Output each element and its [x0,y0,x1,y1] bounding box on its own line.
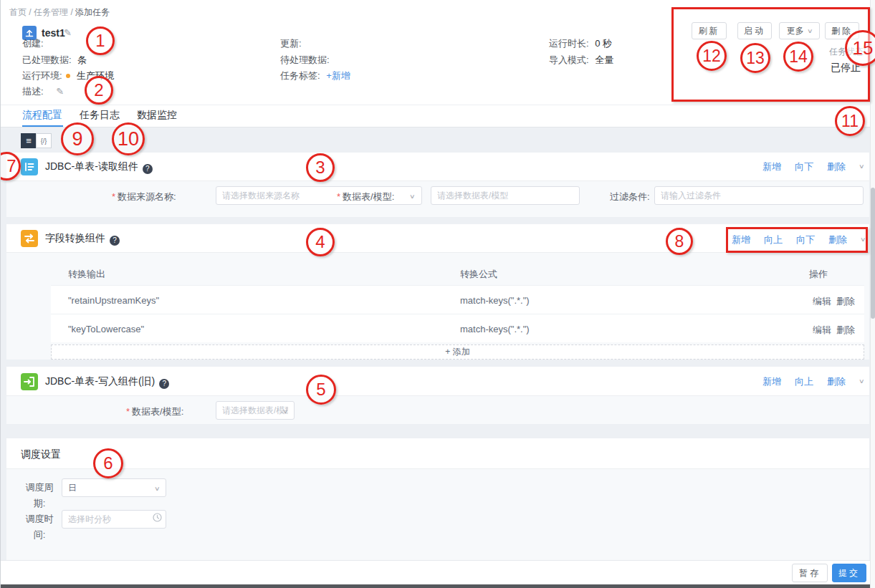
tags-label: 任务标签: [280,70,320,81]
row-formula: match-keys(".*.") [460,295,530,306]
code-view-toggle-button[interactable]: {/} [36,133,52,148]
add-transform-row-button[interactable]: + 添加 [51,344,864,360]
environment-label: 运行环境: [22,70,62,81]
row-delete-link[interactable]: 删除 [836,324,855,337]
help-icon[interactable]: ? [159,379,169,389]
writer-table-label-text: 数据表/模型: [132,406,183,417]
writer-table-label: *数据表/模型: [126,405,183,418]
scrollbar-thumb[interactable] [871,188,875,319]
import-mode-value: 全量 [595,54,613,65]
description-label: 描述: [22,86,44,97]
reader-component-icon [21,158,38,175]
schedule-card-header [6,438,869,469]
writer-title-text: JDBC-单表-写入组件(旧) [45,375,155,387]
annotation-circle-5: 5 [306,375,336,405]
column-header-operations: 操作 [809,268,828,281]
schedule-title: 调度设置 [21,448,61,461]
row-output: "retainUpstreamKeys" [68,295,159,306]
add-tag-link[interactable]: +新增 [326,70,350,81]
updated-label: 更新: [280,38,302,49]
schedule-time-label: 调度时间: [21,511,58,543]
created-label: 创建: [22,38,44,49]
runtime-row: 运行时长: 0 秒 [549,37,612,50]
column-header-formula: 转换公式 [460,268,497,281]
edit-description-icon[interactable]: ✎ [56,86,64,97]
writer-move-up-link[interactable]: 向上 [795,375,813,388]
collapse-chevron-icon[interactable]: ∨ [859,163,865,173]
schedule-time-input[interactable] [62,510,166,529]
clock-icon [153,513,162,524]
transform-component-title: 字段转换组件? [45,232,120,246]
data-source-label-text: 数据来源名称: [118,191,176,202]
reader-component-card: JDBC-单表-读取组件? 新增 向下 删除 ∨ *数据来源名称: ∨ *数据表… [6,153,869,217]
writer-add-link[interactable]: 新增 [762,375,781,388]
window-bottom-edge [1,584,875,588]
page: 首页 / 任务管理 / 添加任务 test1 ✎ 创建: 已处理数据: 条 运行… [0,0,875,588]
row-delete-link[interactable]: 删除 [836,295,855,308]
annotation-circle-3: 3 [306,153,335,182]
tab-data-monitor[interactable]: 数据监控 [137,109,177,122]
data-table-input[interactable] [431,186,580,205]
edit-task-name-icon[interactable]: ✎ [64,27,72,38]
filter-input[interactable] [654,186,864,205]
tab-flow-config[interactable]: 流程配置 [22,109,62,122]
help-icon[interactable]: ? [110,236,120,246]
reader-title-text: JDBC-单表-读取组件 [45,160,138,172]
footer-bar [1,560,870,584]
annotation-circle-12: 12 [697,41,727,71]
import-mode-row: 导入模式: 全量 [549,54,613,67]
environment-dot-icon [66,74,70,78]
list-view-toggle-button[interactable]: ≡ [21,133,37,148]
pending-label: 待处理数据: [280,54,330,65]
data-table-label: *数据表/模型: [337,191,394,203]
annotation-circle-2: 2 [85,76,113,105]
writer-actions: 新增 向上 删除 ∨ [762,375,864,388]
updated-row: 更新: [280,37,302,50]
processed-label: 已处理数据: [22,54,72,65]
required-mark: * [112,191,115,202]
annotation-circle-15: 15 [845,30,875,66]
tags-row: 任务标签: +新增 [280,69,350,82]
chevron-down-icon: ∨ [154,486,161,492]
chevron-down-icon: ∨ [282,408,289,415]
runtime-value: 0 秒 [595,38,612,49]
breadcrumb-separator: / [29,7,31,17]
table-row: "keyToLowercase" match-keys(".*.") 编辑 删除 [51,314,864,342]
row-edit-link[interactable]: 编辑 [813,324,831,337]
schedule-settings-card: 调度设置 调度周期: ∨ 调度时间: [6,438,869,560]
breadcrumb-item-task-management[interactable]: 任务管理 [34,7,68,17]
reader-add-link[interactable]: 新增 [762,160,781,173]
reader-delete-link[interactable]: 删除 [827,160,846,173]
reader-actions: 新增 向下 删除 ∨ [762,160,864,173]
collapse-chevron-icon[interactable]: ∨ [859,378,865,388]
schedule-period-select[interactable] [62,478,166,497]
breadcrumb-item-home[interactable]: 首页 [9,7,27,17]
required-mark: * [126,406,130,417]
list-view-icon: ≡ [26,135,32,146]
writer-component-title: JDBC-单表-写入组件(旧)? [45,375,169,389]
processed-row: 已处理数据: 条 [22,54,87,67]
transform-title-text: 字段转换组件 [45,232,105,244]
writer-component-card: JDBC-单表-写入组件(旧)? 新增 向上 删除 ∨ *数据表/模型: ∨ [6,367,869,424]
tab-task-logs[interactable]: 任务日志 [80,109,120,122]
breadcrumb-item-current: 添加任务 [75,7,110,17]
save-draft-button[interactable]: 暂存 [792,564,828,582]
writer-delete-link[interactable]: 删除 [827,375,846,388]
submit-button[interactable]: 提交 [832,564,866,582]
created-row: 创建: [22,37,44,50]
writer-component-icon [21,373,38,390]
row-formula: match-keys(".*.") [460,324,530,334]
annotation-circle-10: 10 [112,122,145,155]
reader-move-down-link[interactable]: 向下 [795,160,813,173]
annotation-circle-1: 1 [86,26,115,55]
help-icon[interactable]: ? [143,164,153,174]
data-table-label-text: 数据表/模型: [343,191,394,202]
annotation-box-transform-actions [726,227,868,253]
processed-value: 条 [77,54,87,65]
row-edit-link[interactable]: 编辑 [813,295,831,308]
annotation-circle-6: 6 [93,448,123,478]
table-row: "retainUpstreamKeys" match-keys(".*.") 编… [51,285,864,314]
annotation-circle-11: 11 [835,106,865,136]
breadcrumb: 首页 / 任务管理 / 添加任务 [9,6,110,19]
pending-row: 待处理数据: [280,54,330,67]
